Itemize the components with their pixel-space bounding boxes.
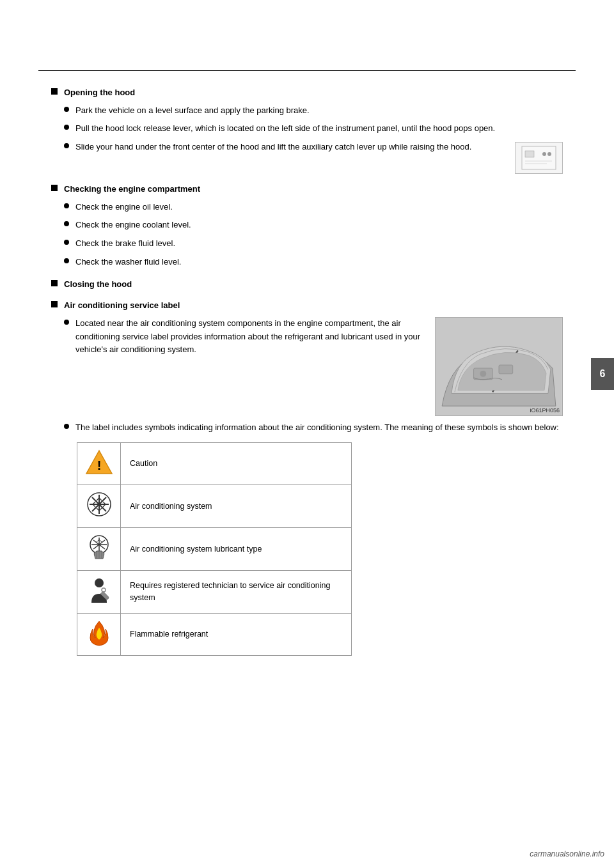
bullet-text-ac: The label includes symbols indicating in… (75, 421, 563, 435)
table-cell-icon-technician (77, 570, 121, 613)
section-heading-ac: Air conditioning service label (51, 299, 563, 312)
section-heading-opening: Opening the hood (51, 86, 563, 99)
table-cell-icon-ac (77, 485, 121, 528)
bullet-text-4: Check the engine oil level. (75, 201, 563, 214)
air-conditioning-lubricant-icon (85, 533, 113, 561)
bullet-text-2: Pull the hood lock release lever, which … (75, 122, 563, 136)
square-bullet-2 (51, 185, 58, 191)
table-cell-text-ac-lubricant: Air conditioning system lubricant type (121, 528, 352, 571)
bullet-item-5: Check the engine coolant level. (64, 219, 563, 232)
bullet-text-5: Check the engine coolant level. (75, 219, 563, 232)
circle-bullet-2 (64, 125, 69, 130)
bullet-item-7: Check the washer fluid level. (64, 256, 563, 269)
bullet-item-engine-row: Located near the air conditioning system… (64, 317, 563, 416)
table-cell-text-caution: Caution (121, 442, 352, 485)
square-bullet-1 (51, 88, 58, 95)
circle-bullet-7 (64, 258, 69, 263)
svg-point-36 (95, 578, 104, 587)
chapter-number: 6 (600, 368, 606, 380)
warning-table: ! Caution (77, 442, 352, 656)
table-row-technician: Requires registered technician to servic… (77, 570, 352, 613)
bullet-item-1: Park the vehicle on a level surface and … (64, 104, 563, 118)
main-content: Opening the hood Park the vehicle on a l… (0, 71, 614, 676)
bullet-item-3-row: Slide your hand under the front center o… (64, 141, 563, 174)
page-container: 6 Opening the hood Park the vehicle on a… (0, 0, 614, 868)
engine-bullet-content: Located near the air conditioning system… (75, 317, 423, 357)
engine-svg (436, 318, 562, 415)
heading-checking-text: Checking the engine compartment (64, 183, 200, 196)
caution-icon: ! (85, 448, 113, 476)
circle-bullet-6 (64, 240, 69, 245)
table-row-ac-lubricant: Air conditioning system lubricant type (77, 528, 352, 571)
air-conditioning-icon (85, 490, 113, 518)
section-heading-closing: Closing the hood (51, 278, 563, 291)
circle-bullet-9 (64, 424, 69, 429)
heading-closing-text: Closing the hood (64, 278, 132, 291)
table-cell-icon-ac-lubricant (77, 528, 121, 571)
svg-text:!: ! (97, 458, 101, 472)
table-row-caution: ! Caution (77, 442, 352, 485)
section-heading-checking: Checking the engine compartment (51, 183, 563, 196)
table-cell-text-ac: Air conditioning system (121, 485, 352, 528)
bullet-item-2: Pull the hood lock release lever, which … (64, 122, 563, 136)
heading-ac-text: Air conditioning service label (64, 299, 180, 312)
heading-opening-text: Opening the hood (64, 86, 135, 99)
technician-icon (85, 576, 113, 604)
square-bullet-3 (51, 280, 58, 286)
bullet-item-4: Check the engine oil level. (64, 201, 563, 214)
svg-point-2 (542, 152, 546, 156)
table-row-ac: Air conditioning system (77, 485, 352, 528)
chapter-tab: 6 (591, 358, 614, 390)
table-cell-icon-caution: ! (77, 442, 121, 485)
label-small-image (515, 142, 563, 174)
circle-bullet-3 (64, 143, 69, 148)
svg-point-37 (102, 588, 106, 592)
circle-bullet-5 (64, 221, 69, 226)
bullet-item-ac-table: The label includes symbols indicating in… (64, 421, 563, 435)
circle-bullet-1 (64, 107, 69, 112)
table-row-flammable: Flammable refrigerant (77, 613, 352, 656)
engine-image-caption: iO61PH056 (530, 407, 560, 414)
circle-bullet-8 (64, 320, 69, 325)
table-cell-text-technician: Requires registered technician to servic… (121, 570, 352, 613)
table-cell-icon-flammable (77, 613, 121, 656)
svg-point-10 (480, 371, 486, 377)
bullet-text-1: Park the vehicle on a level surface and … (75, 104, 563, 118)
square-bullet-4 (51, 301, 58, 307)
label-svg (521, 146, 556, 170)
bullet-text-7: Check the washer fluid level. (75, 256, 563, 269)
svg-rect-0 (522, 146, 556, 169)
bullet-text-8: Located near the air conditioning system… (75, 318, 420, 355)
bullet-item-6: Check the brake fluid level. (64, 237, 563, 251)
svg-rect-9 (499, 365, 513, 374)
svg-rect-1 (525, 151, 534, 157)
bullet-text-6: Check the brake fluid level. (75, 237, 563, 251)
circle-bullet-4 (64, 203, 69, 208)
flammable-refrigerant-icon (85, 619, 113, 647)
svg-point-3 (547, 152, 551, 156)
table-cell-text-flammable: Flammable refrigerant (121, 613, 352, 656)
engine-hood-image: iO61PH056 (435, 317, 563, 416)
watermark: carmanualsonline.info (530, 849, 604, 858)
bullet-text-3: Slide your hand under the front center o… (75, 141, 502, 154)
